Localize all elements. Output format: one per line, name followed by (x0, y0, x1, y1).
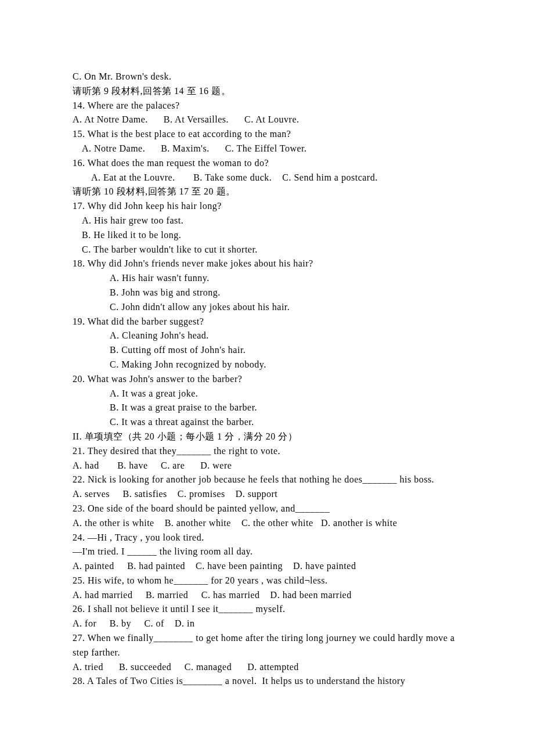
text-line: 请听第 10 段材料,回答第 17 至 20 题。 (73, 185, 461, 199)
text-line: A. Eat at the Louvre. B. Take some duck.… (73, 171, 461, 185)
text-line: A. It was a great joke. (73, 387, 461, 401)
text-line: A. Cleaning John's head. (73, 329, 461, 343)
text-line: A. At Notre Dame. B. At Versailles. C. A… (73, 113, 461, 127)
text-line: C. It was a threat against the barber. (73, 415, 461, 430)
text-line: A. had married B. married C. has married… (73, 588, 461, 603)
text-line: 14. Where are the palaces? (73, 99, 461, 113)
text-line: 21. They desired that they_______ the ri… (73, 444, 461, 459)
text-line: A. serves B. satisfies C. promises D. su… (73, 487, 461, 502)
text-line: A. His hair grew too fast. (73, 214, 461, 228)
text-line: 请听第 9 段材料,回答第 14 至 16 题。 (73, 84, 461, 99)
text-line: A. His hair wasn't funny. (73, 271, 461, 286)
text-line: B. Cutting off most of John's hair. (73, 343, 461, 358)
text-line: 17. Why did John keep his hair long? (73, 199, 461, 214)
text-line: 28. A Tales of Two Cities is________ a n… (73, 674, 461, 689)
text-line: B. He liked it to be long. (73, 228, 461, 243)
text-line: 18. Why did John's friends never make jo… (73, 257, 461, 271)
text-line: B. It was a great praise to the barber. (73, 401, 461, 415)
text-line: A. tried B. succeeded C. managed D. atte… (73, 660, 461, 675)
text-line: 24. —Hi , Tracy , you look tired. (73, 531, 461, 545)
text-line: 16. What does the man request the woman … (73, 156, 461, 171)
text-line: C. John didn't allow any jokes about his… (73, 300, 461, 315)
text-line: 20. What was John's answer to the barber… (73, 372, 461, 387)
text-line: C. The barber wouldn't like to cut it sh… (73, 243, 461, 257)
text-line: 26. I shall not believe it until I see i… (73, 602, 461, 617)
text-line: 27. When we finally________ to get home … (73, 631, 461, 660)
text-line: A. the other is white B. another white C… (73, 516, 461, 531)
text-line: 15. What is the best place to eat accord… (73, 127, 461, 142)
text-line: —I'm tried. I ______ the living room all… (73, 545, 461, 559)
text-line: A. had B. have C. are D. were (73, 459, 461, 473)
text-line: A. painted B. had painted C. have been p… (73, 559, 461, 574)
text-line: 19. What did the barber suggest? (73, 315, 461, 329)
document-body: C. On Mr. Brown's desk.请听第 9 段材料,回答第 14 … (73, 70, 461, 689)
text-line: 25. His wife, to whom he_______ for 20 y… (73, 574, 461, 588)
text-line: II. 单项填空（共 20 小题；每小题 1 分，满分 20 分） (73, 430, 461, 444)
text-line: A. for B. by C. of D. in (73, 617, 461, 631)
text-line: B. John was big and strong. (73, 286, 461, 300)
text-line: A. Notre Dame. B. Maxim's. C. The Eiffel… (73, 142, 461, 156)
text-line: 23. One side of the board should be pain… (73, 502, 461, 516)
text-line: 22. Nick is looking for another job beca… (73, 473, 461, 487)
text-line: C. Making John recognized by nobody. (73, 358, 461, 372)
text-line: C. On Mr. Brown's desk. (73, 70, 461, 84)
